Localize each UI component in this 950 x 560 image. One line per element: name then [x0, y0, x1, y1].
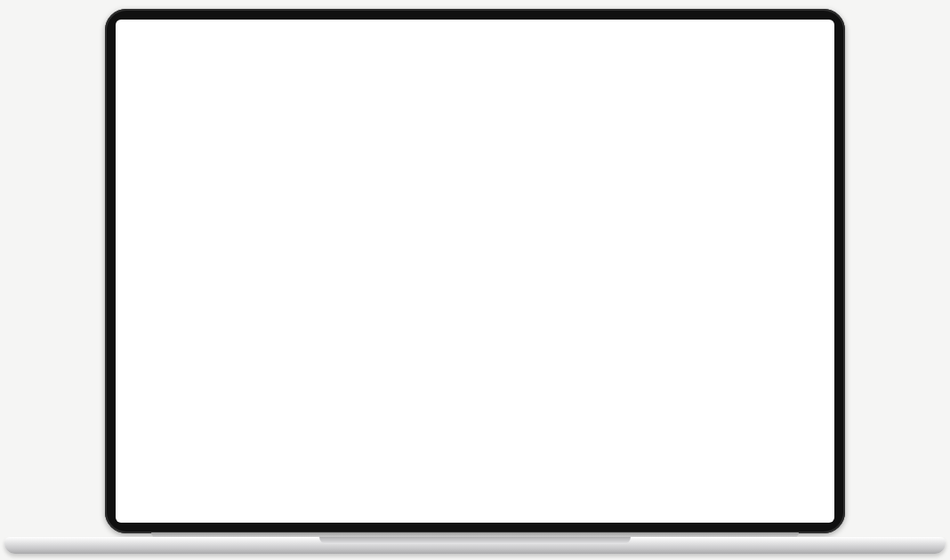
screen — [116, 20, 834, 523]
laptop-base-notch — [319, 537, 631, 544]
laptop-frame — [105, 9, 845, 533]
